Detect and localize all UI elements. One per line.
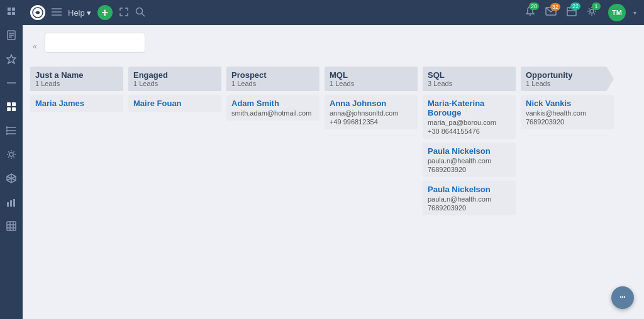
- card-nick-vankis-name[interactable]: Nick Vankis: [526, 99, 609, 108]
- svg-rect-13: [12, 107, 16, 111]
- sidebar-star-icon[interactable]: [5, 53, 18, 65]
- kanban-board: Just a Name1 LeadsMaria JamesEngaged1 Le…: [30, 67, 636, 311]
- search-icon[interactable]: [135, 7, 145, 19]
- svg-line-52: [589, 13, 589, 14]
- svg-rect-25: [7, 202, 9, 207]
- col-just-a-name-header: Just a Name1 Leads: [30, 67, 123, 91]
- col-mql-title: MQL: [330, 70, 413, 80]
- col-sql-subtitle: 3 Leads: [428, 80, 511, 87]
- card-adam-smith-name[interactable]: Adam Smith: [231, 99, 314, 108]
- card-adam-smith: Adam Smithsmith.adam@hotmail.com: [226, 95, 319, 121]
- svg-rect-26: [10, 200, 12, 207]
- card-paula-nickelson-1-phone: 7689203920: [428, 166, 511, 173]
- avatar-chevron[interactable]: ▾: [633, 9, 636, 16]
- app-logo[interactable]: [30, 5, 45, 20]
- card-paula-nickelson-2-name[interactable]: Paula Nickelson: [428, 185, 511, 194]
- svg-line-51: [594, 13, 594, 14]
- sidebar-gear-icon[interactable]: [5, 148, 18, 161]
- svg-point-17: [6, 127, 8, 128]
- col-engaged: Engaged1 LeadsMaire Fouan: [128, 67, 221, 311]
- col-prospect: Prospect1 LeadsAdam Smithsmith.adam@hotm…: [226, 67, 319, 311]
- col-engaged-subtitle: 1 Leads: [133, 80, 216, 87]
- svg-point-37: [136, 8, 142, 14]
- card-paula-nickelson-1: Paula Nickelsonpaula.n@health.com7689203…: [423, 143, 516, 177]
- help-menu[interactable]: Help ▾: [68, 8, 91, 18]
- card-paula-nickelson-2-email: paula.n@health.com: [428, 195, 511, 203]
- svg-point-57: [624, 296, 625, 298]
- col-just-a-name-title: Just a Name: [35, 70, 118, 80]
- col-mql-subtitle: 1 Leads: [330, 80, 413, 87]
- card-paula-nickelson-2: Paula Nickelsonpaula.n@health.com7689203…: [423, 181, 516, 215]
- card-paula-nickelson-1-email: paula.n@health.com: [428, 157, 511, 165]
- sidebar-grid2-icon[interactable]: [5, 220, 18, 232]
- sidebar-home-icon[interactable]: [5, 5, 18, 18]
- sidebar-bar-chart-icon[interactable]: [5, 196, 18, 208]
- svg-point-18: [6, 130, 8, 131]
- card-paula-nickelson-2-phone: 7689203920: [428, 204, 511, 212]
- navbar: Help ▾ + 20 32 22 1 TM ▾: [23, 0, 644, 25]
- sidebar-cube-icon[interactable]: [5, 172, 18, 185]
- card-nick-vankis-email: vankis@health.com: [526, 109, 609, 117]
- svg-rect-12: [7, 107, 11, 111]
- svg-marker-8: [7, 55, 16, 63]
- col-opportunity-title: Opportunity: [526, 70, 602, 80]
- card-maire-fouan-name[interactable]: Maire Fouan: [133, 99, 216, 108]
- svg-rect-11: [12, 102, 16, 106]
- svg-rect-10: [7, 102, 11, 106]
- col-mql-header: MQL1 Leads: [325, 67, 418, 91]
- chat-bubble[interactable]: [611, 286, 634, 309]
- collapse-button[interactable]: «: [30, 41, 40, 52]
- col-mql: MQL1 LeadsAnna Johnsonanna@johnsonltd.co…: [325, 67, 418, 311]
- svg-point-56: [622, 296, 623, 298]
- card-maria-katerina-name[interactable]: Maria-Katerina Borouge: [428, 99, 511, 117]
- col-prospect-title: Prospect: [231, 70, 314, 80]
- svg-line-38: [142, 13, 145, 16]
- svg-rect-0: [8, 8, 11, 11]
- hamburger-icon[interactable]: [52, 7, 62, 18]
- card-nick-vankis: Nick Vankisvankis@health.com7689203920: [521, 95, 614, 129]
- notifications-button[interactable]: 20: [525, 6, 535, 19]
- add-button[interactable]: +: [97, 5, 113, 20]
- svg-rect-28: [7, 222, 16, 230]
- col-sql-title: SQL: [428, 70, 511, 80]
- svg-rect-1: [12, 8, 15, 11]
- col-just-a-name: Just a Name1 LeadsMaria James: [30, 67, 123, 311]
- svg-line-50: [589, 8, 589, 9]
- col-engaged-title: Engaged: [133, 70, 216, 80]
- col-opportunity-subtitle: 1 Leads: [526, 80, 602, 87]
- svg-rect-27: [13, 199, 15, 207]
- sidebar-divider-icon: [5, 77, 18, 89]
- sidebar-list-icon[interactable]: [5, 124, 18, 137]
- card-anna-johnson-phone: +49 996812354: [330, 118, 413, 126]
- col-opportunity: Opportunity1 LeadsNick Vankisvankis@heal…: [521, 67, 614, 311]
- mail-badge: 32: [550, 3, 560, 11]
- sidebar-apps-icon[interactable]: [5, 100, 18, 113]
- card-maria-katerina-phone: +30 8644155476: [428, 127, 511, 135]
- calendar-button[interactable]: 22: [567, 6, 577, 19]
- card-maire-fouan: Maire Fouan: [128, 95, 221, 112]
- col-prospect-header: Prospect1 Leads: [226, 67, 319, 91]
- card-maria-james-name[interactable]: Maria James: [35, 99, 118, 108]
- card-anna-johnson-email: anna@johnsonltd.com: [330, 109, 413, 117]
- svg-point-19: [6, 133, 8, 134]
- bell-badge: 20: [529, 3, 539, 10]
- col-sql: SQL3 LeadsMaria-Katerina Borougemaria_pa…: [423, 67, 516, 311]
- card-paula-nickelson-1-name[interactable]: Paula Nickelson: [428, 146, 511, 156]
- sidebar-file-icon[interactable]: [5, 29, 18, 41]
- expand-icon[interactable]: [119, 7, 129, 19]
- search-input[interactable]: [45, 33, 145, 53]
- card-nick-vankis-phone: 7689203920: [526, 118, 609, 126]
- content-area: « Just a Name1 LeadsMaria JamesEngaged1 …: [23, 25, 644, 319]
- svg-point-45: [590, 9, 594, 13]
- svg-rect-3: [12, 12, 15, 15]
- sun-button[interactable]: 1: [587, 6, 597, 19]
- svg-rect-2: [8, 12, 11, 15]
- col-just-a-name-subtitle: 1 Leads: [35, 80, 118, 87]
- svg-point-20: [9, 153, 13, 156]
- card-anna-johnson-name[interactable]: Anna Johnson: [330, 99, 413, 108]
- col-engaged-header: Engaged1 Leads: [128, 67, 221, 91]
- mail-button[interactable]: 32: [545, 7, 557, 18]
- card-maria-katerina: Maria-Katerina Borougemaria_pa@borou.com…: [423, 95, 516, 139]
- main-area: Help ▾ + 20 32 22 1 TM ▾: [23, 0, 644, 319]
- user-avatar[interactable]: TM: [608, 4, 626, 21]
